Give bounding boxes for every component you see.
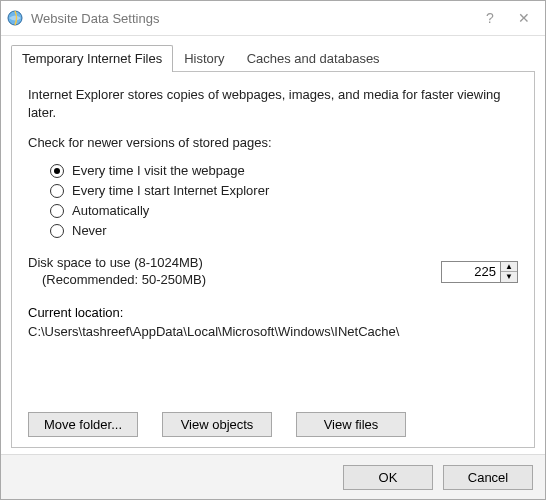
tab-strip: Temporary Internet Files History Caches … xyxy=(11,44,535,71)
website-data-settings-window: Website Data Settings ? ✕ Temporary Inte… xyxy=(0,0,546,500)
window-title: Website Data Settings xyxy=(31,11,471,26)
description-text: Internet Explorer stores copies of webpa… xyxy=(28,86,518,121)
spinner-buttons: ▲ ▼ xyxy=(501,261,518,283)
spinner-down[interactable]: ▼ xyxy=(501,272,517,282)
ie-icon xyxy=(7,10,23,26)
disk-space-label-line1: Disk space to use (8-1024MB) xyxy=(28,255,206,272)
radio-indicator xyxy=(50,204,64,218)
current-location-path: C:\Users\tashreef\AppData\Local\Microsof… xyxy=(28,324,518,339)
move-folder-button[interactable]: Move folder... xyxy=(28,412,138,437)
disk-space-label: Disk space to use (8-1024MB) (Recommende… xyxy=(28,255,206,289)
radio-label: Every time I visit the webpage xyxy=(72,163,245,178)
disk-space-label-line2: (Recommended: 50-250MB) xyxy=(42,272,206,289)
radio-every-visit[interactable]: Every time I visit the webpage xyxy=(50,163,518,178)
tab-temporary-internet-files[interactable]: Temporary Internet Files xyxy=(11,45,173,72)
radio-indicator xyxy=(50,184,64,198)
tab-panel-temporary-internet-files: Internet Explorer stores copies of webpa… xyxy=(11,71,535,448)
view-objects-button[interactable]: View objects xyxy=(162,412,272,437)
tab-caches-databases[interactable]: Caches and databases xyxy=(236,45,391,72)
help-button[interactable]: ? xyxy=(475,10,505,26)
tab-history[interactable]: History xyxy=(173,45,235,72)
radio-indicator xyxy=(50,224,64,238)
dialog-footer: OK Cancel xyxy=(1,454,545,499)
cancel-button[interactable]: Cancel xyxy=(443,465,533,490)
radio-label: Every time I start Internet Explorer xyxy=(72,183,269,198)
disk-space-input[interactable] xyxy=(441,261,501,283)
ok-button[interactable]: OK xyxy=(343,465,433,490)
close-button[interactable]: ✕ xyxy=(509,10,539,26)
panel-button-row: Move folder... View objects View files xyxy=(28,400,518,437)
check-versions-radio-group: Every time I visit the webpage Every tim… xyxy=(50,158,518,243)
check-versions-label: Check for newer versions of stored pages… xyxy=(28,135,518,150)
disk-space-row: Disk space to use (8-1024MB) (Recommende… xyxy=(28,255,518,289)
titlebar: Website Data Settings ? ✕ xyxy=(1,1,545,36)
radio-automatically[interactable]: Automatically xyxy=(50,203,518,218)
radio-indicator xyxy=(50,164,64,178)
disk-space-spinner: ▲ ▼ xyxy=(441,261,518,283)
spinner-up[interactable]: ▲ xyxy=(501,262,517,273)
radio-label: Automatically xyxy=(72,203,149,218)
radio-label: Never xyxy=(72,223,107,238)
radio-every-start[interactable]: Every time I start Internet Explorer xyxy=(50,183,518,198)
current-location-label: Current location: xyxy=(28,305,518,320)
view-files-button[interactable]: View files xyxy=(296,412,406,437)
radio-never[interactable]: Never xyxy=(50,223,518,238)
